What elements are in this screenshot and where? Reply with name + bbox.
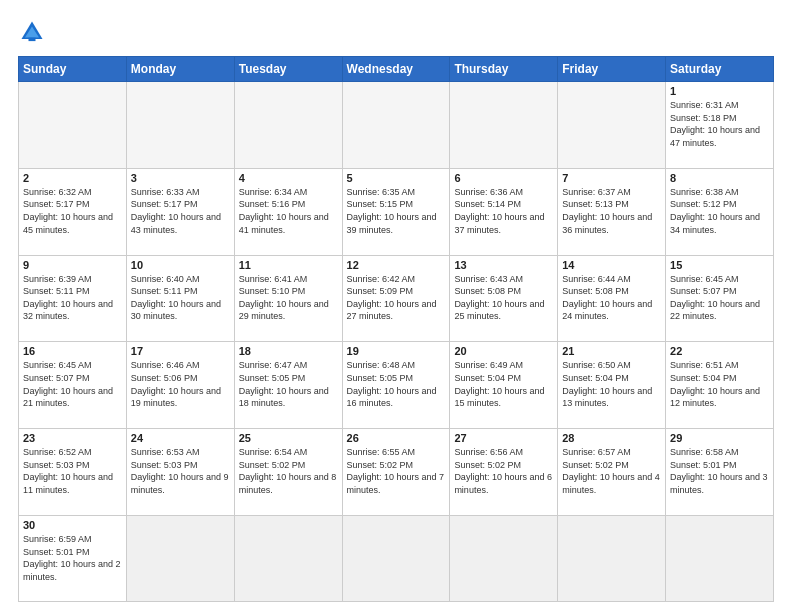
svg-rect-2 <box>29 38 36 42</box>
day-info: Sunrise: 6:45 AM Sunset: 5:07 PM Dayligh… <box>23 359 122 409</box>
calendar-cell: 17Sunrise: 6:46 AM Sunset: 5:06 PM Dayli… <box>126 342 234 429</box>
calendar-cell: 9Sunrise: 6:39 AM Sunset: 5:11 PM Daylig… <box>19 255 127 342</box>
calendar-cell <box>126 82 234 169</box>
week-row-5: 30Sunrise: 6:59 AM Sunset: 5:01 PM Dayli… <box>19 515 774 601</box>
calendar-cell: 15Sunrise: 6:45 AM Sunset: 5:07 PM Dayli… <box>666 255 774 342</box>
day-number: 5 <box>347 172 446 184</box>
day-info: Sunrise: 6:53 AM Sunset: 5:03 PM Dayligh… <box>131 446 230 496</box>
day-number: 27 <box>454 432 553 444</box>
logo-icon <box>18 18 46 46</box>
day-number: 9 <box>23 259 122 271</box>
day-info: Sunrise: 6:47 AM Sunset: 5:05 PM Dayligh… <box>239 359 338 409</box>
week-row-3: 16Sunrise: 6:45 AM Sunset: 5:07 PM Dayli… <box>19 342 774 429</box>
calendar-cell: 2Sunrise: 6:32 AM Sunset: 5:17 PM Daylig… <box>19 168 127 255</box>
day-number: 25 <box>239 432 338 444</box>
day-number: 19 <box>347 345 446 357</box>
day-number: 29 <box>670 432 769 444</box>
day-info: Sunrise: 6:59 AM Sunset: 5:01 PM Dayligh… <box>23 533 122 583</box>
day-info: Sunrise: 6:49 AM Sunset: 5:04 PM Dayligh… <box>454 359 553 409</box>
day-info: Sunrise: 6:43 AM Sunset: 5:08 PM Dayligh… <box>454 273 553 323</box>
calendar-header-tuesday: Tuesday <box>234 57 342 82</box>
calendar-cell: 13Sunrise: 6:43 AM Sunset: 5:08 PM Dayli… <box>450 255 558 342</box>
day-info: Sunrise: 6:36 AM Sunset: 5:14 PM Dayligh… <box>454 186 553 236</box>
calendar-cell <box>558 82 666 169</box>
day-number: 30 <box>23 519 122 531</box>
calendar-cell: 3Sunrise: 6:33 AM Sunset: 5:17 PM Daylig… <box>126 168 234 255</box>
calendar-cell <box>342 515 450 601</box>
calendar-cell <box>19 82 127 169</box>
calendar-cell: 21Sunrise: 6:50 AM Sunset: 5:04 PM Dayli… <box>558 342 666 429</box>
day-info: Sunrise: 6:50 AM Sunset: 5:04 PM Dayligh… <box>562 359 661 409</box>
calendar-cell <box>450 515 558 601</box>
logo <box>18 18 50 46</box>
day-number: 16 <box>23 345 122 357</box>
calendar-cell: 7Sunrise: 6:37 AM Sunset: 5:13 PM Daylig… <box>558 168 666 255</box>
day-number: 10 <box>131 259 230 271</box>
day-number: 14 <box>562 259 661 271</box>
calendar-cell <box>234 515 342 601</box>
day-number: 13 <box>454 259 553 271</box>
calendar-cell: 27Sunrise: 6:56 AM Sunset: 5:02 PM Dayli… <box>450 429 558 516</box>
day-info: Sunrise: 6:41 AM Sunset: 5:10 PM Dayligh… <box>239 273 338 323</box>
day-info: Sunrise: 6:38 AM Sunset: 5:12 PM Dayligh… <box>670 186 769 236</box>
calendar-cell <box>558 515 666 601</box>
day-number: 17 <box>131 345 230 357</box>
day-info: Sunrise: 6:40 AM Sunset: 5:11 PM Dayligh… <box>131 273 230 323</box>
day-info: Sunrise: 6:51 AM Sunset: 5:04 PM Dayligh… <box>670 359 769 409</box>
calendar-cell: 12Sunrise: 6:42 AM Sunset: 5:09 PM Dayli… <box>342 255 450 342</box>
day-info: Sunrise: 6:48 AM Sunset: 5:05 PM Dayligh… <box>347 359 446 409</box>
calendar-cell: 22Sunrise: 6:51 AM Sunset: 5:04 PM Dayli… <box>666 342 774 429</box>
day-number: 23 <box>23 432 122 444</box>
calendar-header-monday: Monday <box>126 57 234 82</box>
day-info: Sunrise: 6:37 AM Sunset: 5:13 PM Dayligh… <box>562 186 661 236</box>
calendar-cell: 8Sunrise: 6:38 AM Sunset: 5:12 PM Daylig… <box>666 168 774 255</box>
header <box>18 18 774 46</box>
calendar-cell: 29Sunrise: 6:58 AM Sunset: 5:01 PM Dayli… <box>666 429 774 516</box>
calendar-cell: 23Sunrise: 6:52 AM Sunset: 5:03 PM Dayli… <box>19 429 127 516</box>
day-info: Sunrise: 6:39 AM Sunset: 5:11 PM Dayligh… <box>23 273 122 323</box>
calendar-header-row: SundayMondayTuesdayWednesdayThursdayFrid… <box>19 57 774 82</box>
calendar-table: SundayMondayTuesdayWednesdayThursdayFrid… <box>18 56 774 602</box>
day-info: Sunrise: 6:57 AM Sunset: 5:02 PM Dayligh… <box>562 446 661 496</box>
calendar-cell: 28Sunrise: 6:57 AM Sunset: 5:02 PM Dayli… <box>558 429 666 516</box>
day-number: 24 <box>131 432 230 444</box>
calendar-cell: 25Sunrise: 6:54 AM Sunset: 5:02 PM Dayli… <box>234 429 342 516</box>
day-number: 21 <box>562 345 661 357</box>
calendar-header-wednesday: Wednesday <box>342 57 450 82</box>
day-info: Sunrise: 6:42 AM Sunset: 5:09 PM Dayligh… <box>347 273 446 323</box>
day-info: Sunrise: 6:55 AM Sunset: 5:02 PM Dayligh… <box>347 446 446 496</box>
calendar-cell: 11Sunrise: 6:41 AM Sunset: 5:10 PM Dayli… <box>234 255 342 342</box>
calendar-header-thursday: Thursday <box>450 57 558 82</box>
week-row-2: 9Sunrise: 6:39 AM Sunset: 5:11 PM Daylig… <box>19 255 774 342</box>
calendar-cell: 16Sunrise: 6:45 AM Sunset: 5:07 PM Dayli… <box>19 342 127 429</box>
day-info: Sunrise: 6:56 AM Sunset: 5:02 PM Dayligh… <box>454 446 553 496</box>
calendar-cell: 20Sunrise: 6:49 AM Sunset: 5:04 PM Dayli… <box>450 342 558 429</box>
day-info: Sunrise: 6:46 AM Sunset: 5:06 PM Dayligh… <box>131 359 230 409</box>
week-row-4: 23Sunrise: 6:52 AM Sunset: 5:03 PM Dayli… <box>19 429 774 516</box>
day-number: 7 <box>562 172 661 184</box>
calendar-cell: 14Sunrise: 6:44 AM Sunset: 5:08 PM Dayli… <box>558 255 666 342</box>
day-info: Sunrise: 6:35 AM Sunset: 5:15 PM Dayligh… <box>347 186 446 236</box>
day-number: 28 <box>562 432 661 444</box>
calendar-header-friday: Friday <box>558 57 666 82</box>
day-number: 4 <box>239 172 338 184</box>
day-info: Sunrise: 6:33 AM Sunset: 5:17 PM Dayligh… <box>131 186 230 236</box>
calendar-cell <box>666 515 774 601</box>
calendar-cell: 26Sunrise: 6:55 AM Sunset: 5:02 PM Dayli… <box>342 429 450 516</box>
calendar-cell: 18Sunrise: 6:47 AM Sunset: 5:05 PM Dayli… <box>234 342 342 429</box>
day-info: Sunrise: 6:52 AM Sunset: 5:03 PM Dayligh… <box>23 446 122 496</box>
day-number: 20 <box>454 345 553 357</box>
calendar-cell <box>126 515 234 601</box>
day-info: Sunrise: 6:34 AM Sunset: 5:16 PM Dayligh… <box>239 186 338 236</box>
day-info: Sunrise: 6:58 AM Sunset: 5:01 PM Dayligh… <box>670 446 769 496</box>
day-info: Sunrise: 6:32 AM Sunset: 5:17 PM Dayligh… <box>23 186 122 236</box>
calendar-cell: 5Sunrise: 6:35 AM Sunset: 5:15 PM Daylig… <box>342 168 450 255</box>
day-number: 11 <box>239 259 338 271</box>
calendar-cell <box>234 82 342 169</box>
calendar-cell: 30Sunrise: 6:59 AM Sunset: 5:01 PM Dayli… <box>19 515 127 601</box>
day-number: 6 <box>454 172 553 184</box>
day-number: 1 <box>670 85 769 97</box>
calendar-cell: 24Sunrise: 6:53 AM Sunset: 5:03 PM Dayli… <box>126 429 234 516</box>
day-info: Sunrise: 6:44 AM Sunset: 5:08 PM Dayligh… <box>562 273 661 323</box>
calendar-header-sunday: Sunday <box>19 57 127 82</box>
